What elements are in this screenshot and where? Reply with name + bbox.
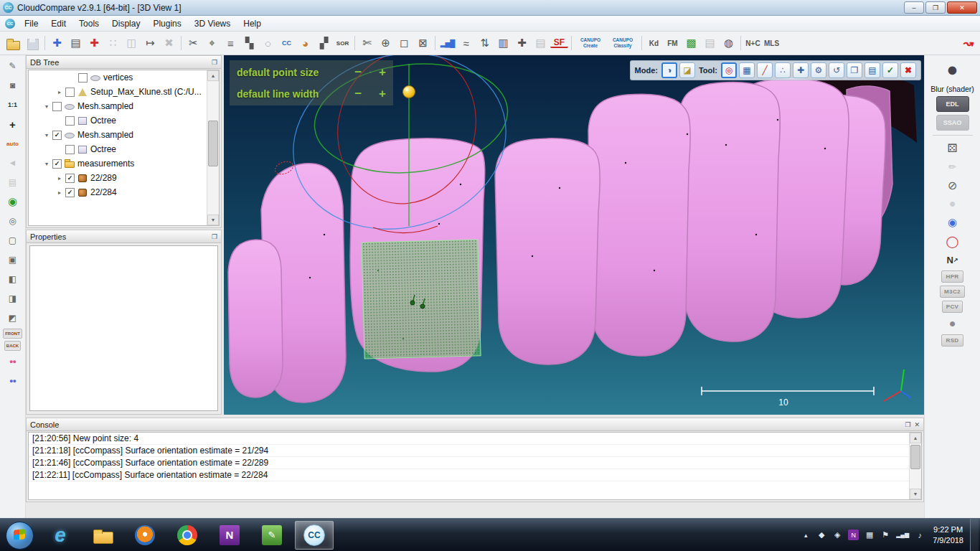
increase-button[interactable]: + <box>379 88 386 100</box>
view-cube-5-icon[interactable]: ◩ <box>2 309 24 326</box>
accept-button[interactable]: ✓ <box>882 62 898 78</box>
add-scalar-icon[interactable]: ✚ <box>513 34 531 53</box>
scroll-down-icon[interactable]: ▼ <box>910 489 921 499</box>
separator[interactable] <box>933 135 973 136</box>
tree-row[interactable]: ▸ 22/289 <box>29 171 207 185</box>
child-window-icon[interactable]: CC <box>5 19 15 29</box>
view-cube-4-icon[interactable]: ◨ <box>2 290 24 307</box>
tree-row[interactable]: ▸ 22/284 <box>29 185 207 199</box>
tree-row[interactable]: ▾ Mesh.sampled <box>29 128 207 142</box>
undo-button[interactable]: ↺ <box>829 62 844 78</box>
tray-network-icon[interactable]: ▂▄▆ <box>896 529 909 542</box>
facet-icon[interactable]: ◯ <box>946 233 959 249</box>
decrease-button[interactable]: − <box>354 66 362 78</box>
internet-explorer-icon[interactable]: e <box>41 521 80 550</box>
tree-checkbox[interactable] <box>78 73 88 83</box>
tree-row[interactable]: Octree <box>29 142 207 156</box>
tray-volume-icon[interactable]: ♪ <box>915 529 925 542</box>
hpr-icon[interactable]: HPR <box>941 270 963 283</box>
tree-row[interactable]: Octree <box>29 113 207 128</box>
interactive-transform-icon[interactable]: ✚ <box>48 34 66 53</box>
tree-expander-icon[interactable]: ▾ <box>43 132 50 138</box>
esri-icon[interactable]: ▤ <box>701 34 719 53</box>
separator[interactable] <box>354 36 355 50</box>
auto-pivot-icon[interactable]: auto <box>2 135 24 152</box>
properties-list-icon[interactable]: ▤ <box>67 34 85 53</box>
scroll-up-icon[interactable]: ▲ <box>207 70 219 81</box>
sphere-gray-icon[interactable]: ● <box>949 196 956 212</box>
close-button[interactable]: ✕ <box>947 1 977 14</box>
view-cube-1-icon[interactable]: ▢ <box>2 232 24 249</box>
notes-button[interactable]: ▤ <box>864 62 880 78</box>
point-picking-icon[interactable]: ⌖ <box>203 34 221 53</box>
pivot-pen-icon[interactable]: ✎ <box>2 57 24 75</box>
tree-checkbox[interactable] <box>52 131 62 140</box>
thickness-tool-button[interactable]: ✚ <box>793 62 809 78</box>
dice-icon[interactable]: ⚄ <box>948 140 958 156</box>
decrease-button[interactable]: − <box>354 88 362 100</box>
tree-expander-icon[interactable]: ▸ <box>56 175 63 182</box>
selection-patch[interactable] <box>362 240 481 359</box>
menu-item[interactable]: Tools <box>72 17 105 31</box>
scroll-up-icon[interactable]: ▲ <box>910 433 921 443</box>
mls-icon[interactable]: MLS <box>763 34 781 53</box>
previous-view-icon[interactable]: ◄ <box>2 154 24 171</box>
db-tree-scrollbar[interactable]: ▲ ▼ <box>207 70 219 225</box>
checker-icon[interactable]: ▞ <box>315 34 333 53</box>
pivot-sphere-icon[interactable]: ◉ <box>2 193 24 210</box>
tray-icon-blue[interactable]: ◆ <box>816 529 826 542</box>
canupo-classify-icon[interactable]: CANUPO Classify <box>607 34 639 53</box>
menu-item[interactable]: Display <box>105 17 146 31</box>
cc-label-icon[interactable]: CC <box>278 34 296 53</box>
tree-checkbox[interactable] <box>65 174 75 183</box>
sf-gray-icon[interactable]: ▤ <box>532 34 550 53</box>
tree-row[interactable]: vertices <box>29 70 207 85</box>
pivot-ball[interactable] <box>403 86 415 98</box>
delete-icon[interactable]: ✖ <box>160 34 178 53</box>
hidden-icons-button[interactable]: ▴ <box>801 529 811 542</box>
scroll-down-icon[interactable]: ▼ <box>207 215 219 225</box>
tray-icon-teal[interactable]: ◈ <box>832 529 842 542</box>
segment-icon[interactable]: ✂ <box>184 34 202 53</box>
explorer-icon[interactable] <box>83 521 122 550</box>
tree-expander-icon[interactable]: ▸ <box>56 89 63 95</box>
sf-sphere-icon[interactable]: ◉ <box>948 215 957 230</box>
tray-flag-icon[interactable]: ⚑ <box>880 529 890 542</box>
float-panel-icon[interactable]: ❐ <box>212 233 217 240</box>
menu-item[interactable]: File <box>18 17 44 31</box>
cloudcompare-taskbar-icon[interactable]: CC <box>295 521 334 550</box>
minimize-button[interactable]: – <box>904 1 924 14</box>
edl-icon[interactable]: EDL <box>936 96 969 112</box>
separator[interactable] <box>641 36 642 50</box>
ssao-icon[interactable]: SSAO <box>936 115 969 131</box>
menu-item[interactable]: Edit <box>44 17 72 31</box>
tree-checkbox[interactable] <box>65 116 75 126</box>
globe-icon[interactable]: ◍ <box>720 34 738 53</box>
menu-item[interactable]: Help <box>237 17 268 31</box>
console-header[interactable]: Console ❐ ✕ <box>27 418 923 431</box>
close-panel-icon[interactable]: ✕ <box>914 421 920 428</box>
blur-shader-icon[interactable]: ● <box>946 59 958 81</box>
point-list-picking-icon[interactable]: ≡ <box>222 34 240 53</box>
sample-points-icon[interactable]: ◕ <box>296 34 314 53</box>
open-file-icon[interactable] <box>4 34 22 53</box>
scroll-thumb[interactable] <box>208 121 218 166</box>
viewport-canvas[interactable]: 10 default point size − · + default line… <box>224 55 924 415</box>
picking-tool-button[interactable]: ◎ <box>721 62 737 78</box>
view-front-icon[interactable]: FRONT <box>3 329 22 339</box>
taskbar-clock[interactable]: 9:22 PM 7/9/2018 <box>926 524 970 545</box>
hpr-sphere-icon[interactable]: ⊘ <box>948 177 957 193</box>
stereo-blue-icon[interactable]: ●● <box>2 372 24 390</box>
apply-transform-icon[interactable]: ↦ <box>141 34 159 53</box>
translate-scale-icon[interactable]: ⊕ <box>377 34 395 53</box>
green-cube-icon[interactable]: ▩ <box>682 34 700 53</box>
plane-tool-button[interactable]: ▦ <box>739 62 755 78</box>
tree-expander-icon[interactable]: ▾ <box>43 161 50 167</box>
float-panel-icon[interactable]: ❐ <box>212 59 217 66</box>
rsd-icon[interactable]: RSD <box>941 334 963 347</box>
histogram-icon[interactable]: ▂▅█ <box>438 34 456 53</box>
start-button[interactable] <box>1 521 37 550</box>
pdv-icon[interactable]: PCV <box>942 301 963 313</box>
normals-icon[interactable]: N <box>946 252 958 268</box>
menu-item[interactable]: 3D Views <box>188 17 237 31</box>
